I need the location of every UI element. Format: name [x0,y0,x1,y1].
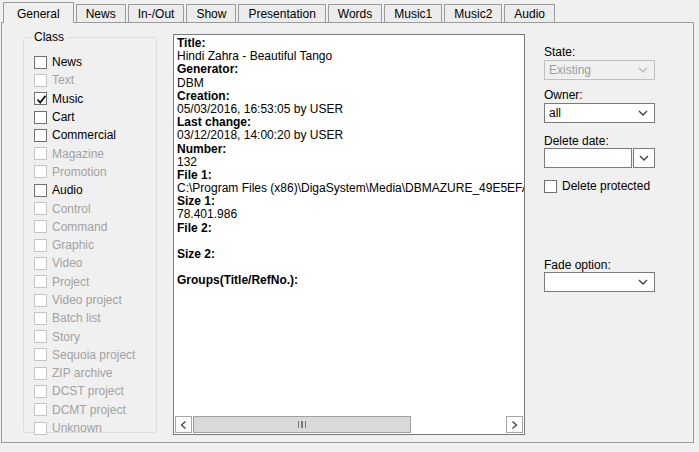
chevron-right-icon [511,420,518,430]
delete-date-combo [544,148,655,168]
class-groupbox: Class News [23,37,157,433]
details-line: Hindi Zahra - Beautiful Tango [177,50,524,63]
details-line: C:\Program Files (x86)\DigaSystem\Media\… [177,182,524,195]
class-checkbox-row: Control [34,199,154,217]
checkbox[interactable] [34,111,47,124]
state-label: State: [544,45,575,59]
checkbox[interactable] [34,165,47,178]
scrollbar-track[interactable] [411,416,506,433]
grip-icon [305,421,307,428]
state-value: Existing [549,63,591,77]
details-line: DBM [177,77,524,90]
details-line: Last change: [177,116,524,129]
checkbox[interactable] [34,312,47,325]
tab[interactable]: Music1 [384,4,442,22]
details-line: Title: [177,37,524,50]
tab[interactable]: Audio [504,4,555,22]
class-checkbox-row: Audio [34,181,154,199]
checkbox-label: Unknown [52,421,102,435]
checkbox-label: Audio [52,183,83,197]
class-checkbox-row: Unknown [34,419,154,437]
tab[interactable]: Presentation [238,4,325,22]
checkbox[interactable] [34,367,47,380]
checkbox[interactable] [34,202,47,215]
checkbox[interactable] [34,92,47,105]
checkbox-label: ZIP archive [52,366,112,380]
class-checkbox-row: Sequoia project [34,346,154,364]
checkbox-label: Magazine [52,147,104,161]
grip-icon [301,421,303,428]
details-line [177,261,524,274]
checkbox-label: Music [52,92,83,106]
delete-protected-label: Delete protected [562,179,650,193]
checkbox[interactable] [34,220,47,233]
checkbox-label: Promotion [52,165,107,179]
tab[interactable]: Music2 [444,4,502,22]
checkbox-label: DCST project [52,384,124,398]
checkbox-label: DCMT project [52,403,126,417]
class-checkbox-row: DCST project [34,382,154,400]
checkbox[interactable] [34,403,47,416]
checkbox[interactable] [34,257,47,270]
scroll-right-button[interactable] [506,416,523,433]
checkbox[interactable] [34,129,47,142]
checkbox[interactable] [34,330,47,343]
class-checkbox-row: Command [34,218,154,236]
class-checkbox-row: ZIP archive [34,364,154,382]
tab[interactable]: In-/Out [128,4,185,22]
checkbox-label: Story [52,330,80,344]
details-panel: Title: Hindi Zahra - Beautiful Tango Gen… [173,34,525,435]
details-line [177,235,524,248]
owner-dropdown[interactable]: all [544,103,655,123]
details-line: 05/03/2016, 16:53:05 by USER [177,103,524,116]
tab-page-general: Class News [1,22,694,443]
details-line: Size 1: [177,195,524,208]
checkbox-label: Project [52,275,89,289]
class-checkbox-row: Story [34,327,154,345]
delete-date-field[interactable] [544,148,632,168]
fade-option-dropdown[interactable] [544,272,655,292]
checkbox[interactable] [34,184,47,197]
checkbox-label: Text [52,73,74,87]
class-checkbox-row: Video project [34,291,154,309]
checkbox[interactable] [34,385,47,398]
class-checkbox-row: Music [34,90,154,108]
checkbox-label: Control [52,202,91,216]
checkbox-label: Graphic [52,238,94,252]
checkbox-label: News [52,55,82,69]
details-line: Groups(Title/RefNo.): [177,274,524,287]
grip-icon [298,421,300,428]
checkbox[interactable] [34,294,47,307]
details-line: 78.401.986 [177,208,524,221]
delete-protected-checkbox[interactable] [544,180,557,193]
checkbox[interactable] [34,147,47,160]
class-checkbox-list: News Text [34,53,154,437]
checkbox[interactable] [34,275,47,288]
owner-label: Owner: [544,88,583,102]
checkbox[interactable] [34,239,47,252]
scrollbar-thumb[interactable] [193,416,411,433]
tab[interactable]: Words [328,4,382,22]
tab-bar: General News In-/Out Show Presentation W… [3,2,557,22]
details-line: 03/12/2018, 14:00:20 by USER [177,129,524,142]
class-checkbox-row: Promotion [34,163,154,181]
checkbox-label: Batch list [52,311,101,325]
class-checkbox-row: News [34,53,154,71]
fade-option-label: Fade option: [544,258,611,272]
delete-date-dropdown-button[interactable] [633,148,655,168]
checkbox-label: Commercial [52,128,116,142]
checkbox[interactable] [34,74,47,87]
checkbox-label: Command [52,220,107,234]
class-checkbox-row: Text [34,71,154,89]
scroll-left-button[interactable] [175,416,192,433]
class-checkbox-row: Cart [34,108,154,126]
details-line: File 1: [177,169,524,182]
tab[interactable]: General [3,2,74,23]
checkbox-label: Sequoia project [52,348,135,362]
tab[interactable]: News [76,4,126,22]
checkbox[interactable] [34,348,47,361]
details-text: Title: Hindi Zahra - Beautiful Tango Gen… [177,37,524,288]
checkbox[interactable] [34,422,47,435]
tab[interactable]: Show [186,4,236,22]
checkbox[interactable] [34,56,47,69]
